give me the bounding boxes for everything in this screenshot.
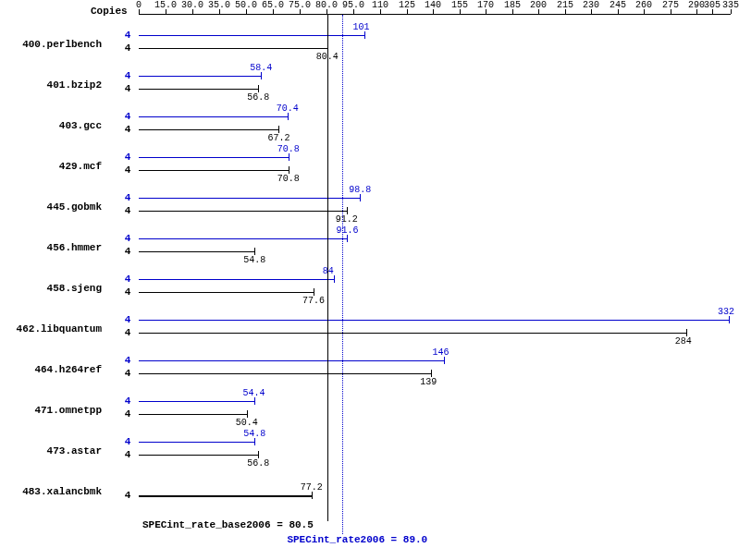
peak-bar [139, 360, 444, 362]
base-value: 56.8 [247, 92, 269, 103]
copies-base: 4 [118, 164, 137, 176]
benchmark-name: 462.libquantum [0, 323, 102, 335]
copies-base: 4 [118, 368, 137, 379]
base-bar [139, 170, 289, 172]
x-tick-label: 0 [136, 0, 142, 10]
base-bar-end [431, 370, 432, 377]
benchmark-name: 471.omnetpp [0, 405, 102, 416]
x-tick-label: 155 [451, 0, 468, 10]
base-bar-end [289, 166, 289, 174]
peak-bar-end [261, 72, 262, 79]
peak-bar [139, 116, 288, 118]
x-tick-label: 230 [583, 0, 599, 10]
x-tick-label: 245 [610, 0, 626, 10]
base-bar [139, 48, 327, 50]
peak-bar-end [444, 357, 445, 364]
peak-bar [139, 157, 289, 159]
base-value: 56.8 [247, 458, 269, 469]
copies-base: 4 [118, 490, 137, 501]
base-value: 139 [420, 377, 437, 387]
peak-value: 332 [718, 307, 734, 317]
base-bar-end [686, 329, 687, 336]
copies-base: 4 [118, 246, 137, 257]
peak-bar [139, 35, 364, 37]
base-value: 91.2 [336, 214, 358, 225]
peak-bar [139, 320, 729, 322]
copies-base: 4 [118, 286, 137, 298]
x-tick-label: 200 [530, 0, 547, 10]
base-bar-end [258, 451, 259, 458]
peak-bar-end [347, 235, 348, 242]
copies-base: 4 [118, 205, 137, 216]
base-bar-end [254, 248, 255, 255]
x-tick-label: 215 [557, 0, 573, 10]
x-tick-label: 290 [688, 0, 705, 10]
x-tick-label: 30.0 [181, 0, 203, 10]
copies-base: 4 [118, 327, 137, 338]
base-value: 77.6 [302, 296, 325, 306]
x-axis [139, 14, 731, 15]
base-value: 50.4 [236, 418, 258, 428]
copies-peak: 4 [118, 396, 137, 407]
benchmark-name: 401.bzip2 [0, 79, 102, 91]
base-bar [139, 251, 254, 253]
x-tick-label: 170 [477, 0, 494, 10]
base-bar-end [312, 492, 313, 499]
x-tick-label: 80.0 [315, 0, 338, 10]
benchmark-name: 458.sjeng [0, 283, 102, 294]
x-tick-label: 110 [372, 0, 388, 10]
peak-marker-line [342, 15, 344, 534]
copies-peak: 4 [118, 355, 137, 366]
peak-value: 58.4 [250, 63, 272, 73]
copies-peak: 4 [118, 30, 137, 41]
peak-bar-end [254, 397, 255, 405]
benchmark-name: 473.astar [0, 445, 102, 457]
peak-bar-end [360, 194, 361, 201]
peak-bar [139, 279, 334, 281]
benchmark-name: 445.gobmk [0, 201, 102, 213]
copies-peak: 4 [118, 111, 137, 122]
copies-peak: 4 [118, 314, 137, 325]
base-bar-end [247, 410, 248, 418]
base-bar-end [278, 126, 279, 133]
copies-header: Copies [91, 6, 128, 17]
peak-bar-end [729, 316, 730, 323]
copies-peak: 4 [118, 233, 137, 244]
base-score-label: SPECint_rate_base2006 = 80.5 [142, 519, 314, 530]
base-bar [139, 292, 314, 294]
base-bar [139, 89, 258, 91]
copies-peak: 4 [118, 70, 137, 81]
base-bar-end [347, 207, 348, 214]
copies-peak: 4 [118, 152, 137, 163]
peak-value: 70.8 [277, 144, 300, 154]
benchmark-name: 403.gcc [0, 120, 102, 131]
x-tick-label: 95.0 [342, 0, 364, 10]
copies-base: 4 [118, 408, 137, 420]
peak-value: 54.4 [243, 388, 265, 398]
peak-value: 70.4 [277, 103, 299, 114]
base-value: 70.8 [277, 174, 300, 184]
x-tick-label: 305 [704, 0, 721, 10]
base-value: 54.8 [243, 255, 265, 265]
peak-bar [139, 401, 254, 403]
base-bar [139, 333, 686, 335]
peak-bar-end [254, 438, 255, 445]
base-value: 77.2 [301, 482, 323, 493]
copies-base: 4 [118, 124, 137, 135]
peak-bar-end [289, 153, 289, 161]
peak-bar-end [364, 31, 365, 39]
x-tick-label: 15.0 [154, 0, 177, 10]
peak-value: 101 [353, 22, 370, 32]
benchmark-name: 400.perlbench [0, 39, 102, 50]
copies-peak: 4 [118, 192, 137, 203]
x-tick-label: 260 [635, 0, 652, 10]
x-tick-label: 335 [722, 0, 739, 10]
spec-chart: Copies 015.030.035.050.065.075.080.095.0… [0, 0, 739, 560]
base-bar [139, 414, 247, 416]
peak-value: 98.8 [349, 185, 371, 195]
base-value: 67.2 [267, 133, 289, 143]
benchmark-name: 429.mcf [0, 161, 102, 172]
x-tick-label: 275 [662, 0, 679, 10]
peak-bar [139, 442, 254, 444]
copies-base: 4 [118, 449, 137, 460]
